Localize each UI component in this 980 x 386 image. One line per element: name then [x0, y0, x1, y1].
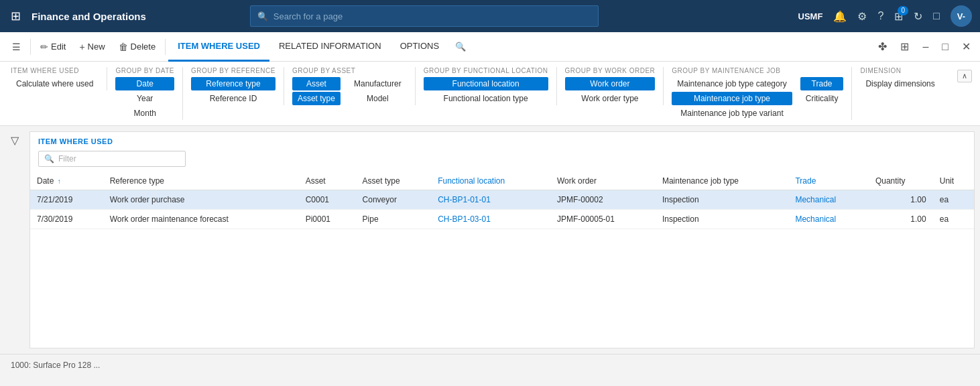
filter-input-wrap[interactable]: 🔍 — [38, 151, 186, 167]
status-text: 1000: Surface Pro 128 ... — [11, 361, 100, 370]
ribbon-functional-location[interactable]: Functional location — [424, 77, 548, 90]
delete-button[interactable]: 🗑 Delete — [112, 32, 163, 62]
col-header-date[interactable]: Date ↑ — [30, 172, 103, 190]
ribbon-col-asset-1: Asset Asset type — [292, 77, 341, 105]
maximize-icon[interactable]: □ — [933, 10, 940, 22]
tab-related-information[interactable]: RELATED INFORMATION — [269, 32, 391, 62]
ribbon-group-dimension: DIMENSION Display dimensions — [852, 67, 948, 90]
tab-related-information-label: RELATED INFORMATION — [279, 41, 381, 51]
minimize-button[interactable]: – — [918, 38, 932, 56]
cell-asset-type-2: Pipe — [356, 210, 432, 229]
cell-work-order-1: JPMF-00002 — [550, 190, 656, 210]
ribbon-col-asset-2: Manufacturer Model — [349, 77, 407, 105]
filter-icon-input: 🔍 — [44, 154, 54, 164]
ribbon-year[interactable]: Year — [115, 92, 174, 105]
close-button[interactable]: ✕ — [958, 38, 975, 56]
search-tab-icon[interactable]: 🔍 — [448, 32, 473, 62]
ribbon-model[interactable]: Model — [349, 92, 407, 105]
badge-wrap: ⊞ 0 — [894, 10, 903, 23]
filter-bar: 🔍 — [30, 148, 974, 172]
grid-icon[interactable]: ⊞ — [8, 6, 23, 26]
ribbon-group-asset: GROUP BY ASSET Asset Asset type Manufact… — [284, 67, 416, 105]
ribbon-col-mj-1: Maintenance job type category Maintenanc… — [672, 77, 792, 120]
table-area: ITEM WHERE USED 🔍 Date ↑ Reference type … — [29, 131, 975, 348]
left-filter-panel: ▽ — [0, 126, 29, 354]
main-content: ▽ ITEM WHERE USED 🔍 Date ↑ Reference typ… — [0, 126, 980, 354]
table-body: 7/21/2019 Work order purchase C0001 Conv… — [30, 190, 974, 229]
ribbon-functional-location-type[interactable]: Functional location type — [424, 92, 548, 105]
ribbon-work-order[interactable]: Work order — [565, 77, 656, 90]
table-row[interactable]: 7/30/2019 Work order maintenance forecas… — [30, 210, 974, 229]
cell-trade-2[interactable]: Mechanical — [788, 210, 868, 229]
header-row: Date ↑ Reference type Asset Asset type F… — [30, 172, 974, 190]
ribbon-group-work-order: GROUP BY WORK ORDER Work order Work orde… — [557, 67, 664, 105]
ribbon-items-functional-location: Functional location Functional location … — [424, 77, 548, 105]
separator-2 — [165, 39, 166, 55]
ribbon-mj-category[interactable]: Maintenance job type category — [672, 77, 792, 90]
col-header-trade: Trade — [788, 172, 868, 190]
ribbon-items-dimension: Display dimensions — [860, 77, 940, 90]
table-header: Date ↑ Reference type Asset Asset type F… — [30, 172, 974, 190]
col-header-mj-type: Maintenance job type — [656, 172, 789, 190]
filter-panel-icon[interactable]: ▽ — [11, 134, 19, 147]
cell-reference-type-1: Work order purchase — [103, 190, 299, 210]
cell-date-2: 7/30/2019 — [30, 210, 103, 229]
ribbon-manufacturer[interactable]: Manufacturer — [349, 77, 407, 90]
command-bar: ☰ ✏ Edit + New 🗑 Delete ITEM WHERE USED … — [0, 32, 980, 62]
ribbon-items-work-order: Work order Work order type — [565, 77, 656, 105]
ribbon-items-item-where-used: Calculate where used — [11, 77, 99, 90]
col-header-asset-type: Asset type — [356, 172, 432, 190]
ribbon-work-order-type[interactable]: Work order type — [565, 92, 656, 105]
ribbon-month[interactable]: Month — [115, 107, 174, 120]
cell-functional-location-2[interactable]: CH-BP1-03-01 — [431, 210, 550, 229]
ribbon-collapse-button[interactable]: ∧ — [957, 70, 972, 82]
ribbon-reference-id[interactable]: Reference ID — [191, 92, 275, 105]
table-row[interactable]: 7/21/2019 Work order purchase C0001 Conv… — [30, 190, 974, 210]
edit-button[interactable]: ✏ Edit — [34, 32, 72, 62]
ribbon-mj-type[interactable]: Maintenance job type — [672, 92, 792, 105]
search-bar[interactable]: 🔍 — [250, 5, 599, 27]
maximize-button[interactable]: □ — [938, 38, 953, 56]
tab-options[interactable]: OPTIONS — [391, 32, 449, 62]
ribbon-mj-variant[interactable]: Maintenance job type variant — [672, 107, 792, 120]
settings-icon[interactable]: ⚙ — [857, 10, 867, 23]
pin-button[interactable]: ✤ — [874, 38, 891, 56]
status-bar: 1000: Surface Pro 128 ... — [0, 354, 980, 375]
cell-trade-1[interactable]: Mechanical — [788, 190, 868, 210]
company-label: USMF — [798, 11, 823, 21]
new-icon: + — [79, 42, 84, 52]
ribbon-group-reference: GROUP BY REFERENCE Reference type Refere… — [183, 67, 284, 105]
ribbon-asset[interactable]: Asset — [292, 77, 341, 90]
ms-icon-button[interactable]: ⊞ — [896, 38, 913, 56]
search-input[interactable] — [273, 11, 591, 21]
col-header-reference-type: Reference type — [103, 172, 299, 190]
user-avatar[interactable]: V- — [951, 5, 972, 27]
ribbon-group-functional-location: GROUP BY FUNCTIONAL LOCATION Functional … — [416, 67, 557, 105]
ribbon-group-date: GROUP BY DATE Date Year Month — [107, 67, 183, 120]
ribbon-display-dimensions[interactable]: Display dimensions — [860, 77, 940, 90]
ribbon-trade[interactable]: Trade — [800, 77, 844, 90]
cell-functional-location-1[interactable]: CH-BP1-01-01 — [431, 190, 550, 210]
ribbon-criticality[interactable]: Criticality — [800, 92, 844, 105]
ribbon-col-mj-2: Trade Criticality — [800, 77, 844, 120]
new-label: New — [88, 42, 105, 52]
tab-item-where-used-label: ITEM WHERE USED — [178, 41, 260, 51]
ribbon-asset-type[interactable]: Asset type — [292, 92, 341, 105]
refresh-icon[interactable]: ↻ — [914, 10, 922, 23]
ribbon-calculate-where-used[interactable]: Calculate where used — [11, 77, 99, 90]
cell-work-order-2: JPMF-00005-01 — [550, 210, 656, 229]
delete-icon: 🗑 — [119, 42, 128, 52]
tab-item-where-used[interactable]: ITEM WHERE USED — [168, 32, 269, 62]
ribbon-reference-type[interactable]: Reference type — [191, 77, 275, 90]
cell-reference-type-2: Work order maintenance forecast — [103, 210, 299, 229]
hamburger-menu-button[interactable]: ☰ — [5, 32, 27, 62]
filter-input[interactable] — [58, 154, 180, 164]
col-header-asset: Asset — [299, 172, 356, 190]
ribbon-collapse: ∧ — [957, 67, 972, 82]
new-button[interactable]: + New — [72, 32, 111, 62]
notification-icon[interactable]: 🔔 — [833, 10, 847, 23]
help-icon[interactable]: ? — [877, 10, 883, 22]
cell-asset-type-1: Conveyor — [356, 190, 432, 210]
edit-label: Edit — [51, 42, 66, 52]
ribbon-date[interactable]: Date — [115, 77, 174, 90]
